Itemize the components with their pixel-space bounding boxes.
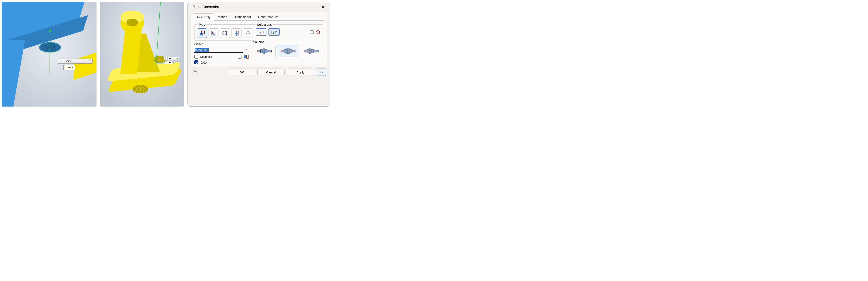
ok-button[interactable]: OK [228, 69, 255, 76]
tooltip-label: Axis [168, 61, 173, 64]
solution-aligned-icon [280, 47, 297, 56]
solution-undirected[interactable] [301, 45, 323, 57]
solution-opposed-icon [256, 47, 273, 56]
tooltip-number: 1. [65, 66, 68, 69]
offset-value: 0.000 mm [195, 48, 209, 51]
selection-1-number: 1 [262, 31, 264, 34]
svg-marker-27 [280, 50, 281, 52]
solution-opposed[interactable] [253, 45, 276, 57]
yellow-part-corner[interactable] [73, 50, 96, 80]
offset-flyout-button[interactable] [244, 47, 249, 52]
help-icon: ? [193, 70, 197, 74]
viewport-1[interactable]: 1. Axis ▾ 1. Axis [2, 2, 96, 107]
close-button[interactable] [320, 4, 326, 9]
limits-checkbox[interactable] [238, 55, 242, 59]
blue-part-front-face[interactable] [2, 40, 25, 107]
help-button[interactable]: ? [191, 69, 199, 76]
constraint-type-insert[interactable] [231, 29, 242, 38]
mate-icon [199, 30, 205, 36]
svg-rect-0 [199, 33, 203, 35]
constraint-type-mate[interactable] [197, 29, 207, 38]
svg-text:?: ? [194, 71, 196, 74]
expand-button[interactable]: >> [316, 69, 326, 76]
chevron-right-icon [245, 49, 247, 51]
tab-assembly[interactable]: Assembly [193, 13, 214, 21]
selection-dropdown[interactable]: 1. Axis ▾ [58, 59, 92, 64]
dialog-footer: ? OK Cancel Apply >> [188, 66, 330, 78]
selection-number: 1. [164, 57, 167, 60]
svg-rect-7 [244, 55, 246, 58]
chevron-down-icon[interactable]: ▾ [176, 57, 179, 60]
offset-input[interactable]: 0.000 mm [194, 47, 243, 52]
tooltip-number: 1. [166, 61, 168, 64]
cursor-icon [271, 30, 274, 34]
tooltip-label: Axis [68, 66, 73, 69]
svg-rect-8 [247, 55, 248, 58]
tab-bar: Assembly Motion Transitional Constraint … [190, 11, 327, 21]
dialog-body: Assembly Motion Transitional Constraint … [190, 11, 327, 66]
insert-icon [234, 30, 240, 36]
selection-label: Axis [167, 57, 176, 60]
svg-point-9 [201, 61, 204, 64]
constraint-type-angle[interactable] [209, 29, 219, 38]
close-icon [321, 5, 324, 9]
svg-marker-28 [295, 50, 296, 52]
pick-part-first-checkbox[interactable] [310, 30, 314, 34]
svg-point-10 [204, 61, 207, 64]
solution-undirected-icon [303, 47, 320, 56]
selection-number: 1. [58, 59, 64, 63]
cursor-icon [258, 30, 261, 34]
solution-aligned[interactable] [277, 45, 299, 57]
svg-rect-13 [265, 49, 267, 53]
axis-arrow-icon [49, 29, 51, 32]
dialog-title: Place Constraint [192, 5, 219, 9]
cancel-button[interactable]: Cancel [257, 69, 285, 76]
axis-indicator-line[interactable] [50, 31, 50, 74]
angle-icon [211, 30, 217, 36]
type-label: Type [197, 23, 207, 26]
selection-1-button[interactable]: 1 [256, 29, 267, 36]
selections-group: Selections 1 2 [253, 23, 323, 38]
selection-2-number: 2 [275, 31, 277, 34]
selections-label: Selections [256, 23, 273, 26]
chevron-down-icon[interactable]: ▾ [88, 59, 92, 63]
viewport-2[interactable]: 1. Axis ▾ 1. Axis [100, 2, 184, 107]
solution-label: Solution [253, 40, 323, 44]
apply-button[interactable]: Apply [287, 69, 314, 76]
selection-dropdown[interactable]: 1. Axis ▾ [164, 57, 179, 60]
selection-tooltip: 1. Axis [63, 65, 75, 70]
limits-icon [244, 54, 249, 59]
tangent-icon [222, 30, 228, 36]
type-group: Type [194, 23, 256, 40]
offset-label: Offset: [194, 42, 249, 46]
pick-part-cube-icon [315, 30, 320, 34]
glasses-icon [200, 60, 207, 64]
tab-motion[interactable]: Motion [214, 13, 231, 21]
tab-transitional[interactable]: Transitional [231, 13, 254, 21]
constraint-type-tangent[interactable] [220, 29, 230, 38]
constraint-type-symmetry[interactable] [243, 29, 253, 38]
dialog-titlebar[interactable]: Place Constraint [188, 2, 330, 11]
tab-constraint-set[interactable]: Constraint Set [254, 13, 282, 21]
selection-tooltip: 1. Axis [165, 61, 174, 64]
blue-part-threaded-hole[interactable] [39, 42, 61, 52]
suppress-label: Suppress [200, 55, 212, 58]
svg-point-2 [223, 31, 226, 35]
dialog-content: Type [190, 21, 327, 65]
yellow-bracket-eye-bore[interactable] [126, 19, 138, 26]
selection-2-button[interactable]: 2 [269, 29, 280, 36]
suppress-checkbox[interactable] [194, 55, 198, 59]
svg-rect-12 [263, 48, 265, 54]
place-constraint-dialog: Place Constraint Assembly Motion Transit… [187, 2, 330, 107]
preview-checkbox[interactable] [194, 60, 198, 64]
yellow-bracket-threaded-hole-2[interactable] [133, 85, 148, 93]
selection-label: Axis [64, 59, 88, 63]
symmetry-icon [245, 30, 251, 36]
